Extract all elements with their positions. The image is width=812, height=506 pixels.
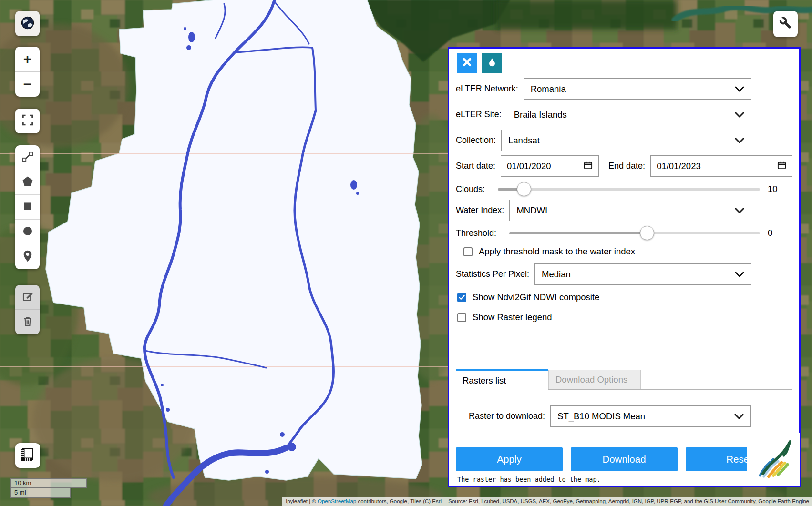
wrench-icon — [778, 15, 794, 33]
tab-download-options[interactable]: Download Options — [548, 370, 641, 390]
close-panel-button[interactable] — [457, 53, 477, 73]
threshold-slider-handle[interactable] — [640, 226, 654, 240]
scale-bar-imperial: 5 mi — [10, 487, 71, 498]
draw-polyline-button[interactable] — [15, 145, 40, 170]
chevron-down-icon — [735, 135, 744, 146]
chevron-down-icon — [734, 411, 744, 422]
end-date-label: End date: — [608, 161, 645, 171]
clouds-slider-handle[interactable] — [517, 182, 531, 196]
start-date-value: 01/01/2020 — [507, 161, 551, 172]
site-label: eLTER Site: — [456, 110, 502, 120]
draw-polygon-button[interactable] — [15, 170, 40, 195]
delete-layers-button[interactable] — [15, 310, 40, 334]
elter-logo — [747, 433, 800, 486]
end-date-input[interactable]: 01/01/2023 — [650, 155, 792, 177]
apply-mask-checkbox[interactable] — [463, 247, 473, 256]
water-index-value: MNDWI — [516, 205, 547, 216]
clouds-row: Clouds: 10 — [456, 184, 792, 194]
raster-download-row: Raster to download: ST_B10 MODIS Mean — [469, 405, 780, 427]
statistics-row: Statistics Per Pixel: Median — [456, 263, 792, 285]
dates-row: Start date: 01/01/2020 End date: 01/01/2… — [456, 155, 792, 177]
chevron-down-icon — [735, 205, 744, 216]
water-index-label: Water Index: — [456, 205, 504, 215]
panel-header — [457, 53, 792, 73]
chevron-down-icon — [735, 84, 744, 94]
threshold-row: Threshold: 0 — [456, 228, 792, 238]
start-date-label: Start date: — [456, 161, 495, 171]
tab-rasters-list[interactable]: Rasters list — [456, 369, 548, 390]
statistics-select[interactable]: Median — [534, 263, 751, 285]
threshold-value: 0 — [768, 228, 792, 238]
start-date-input[interactable]: 01/01/2020 — [501, 155, 599, 177]
panel-tabs: Rasters list Download Options — [456, 369, 792, 390]
scale-bar-metric: 10 km — [10, 478, 87, 488]
openstreetmap-link[interactable]: OpenStreetMap — [318, 498, 356, 504]
water-index-select[interactable]: MNDWI — [509, 200, 751, 221]
collection-value: Landsat — [508, 135, 540, 146]
collection-label: Collection: — [456, 135, 496, 145]
statistics-value: Median — [542, 269, 571, 280]
clouds-label: Clouds: — [456, 184, 485, 194]
clouds-slider[interactable] — [498, 188, 760, 191]
action-buttons: Apply Download Reset — [456, 447, 792, 471]
raster-download-label: Raster to download: — [469, 411, 545, 421]
apply-mask-label: Apply threshold mask to the water index — [479, 246, 635, 257]
water-tool-button[interactable] — [482, 53, 502, 73]
basemap-globe-button[interactable] — [15, 11, 40, 36]
raster-download-value: ST_B10 MODIS Mean — [557, 411, 645, 422]
network-label: eLTER Network: — [456, 84, 518, 94]
zoom-out-button[interactable]: − — [15, 72, 40, 97]
measure-button[interactable] — [15, 443, 40, 468]
calendar-icon — [777, 161, 786, 172]
attribution-suffix: contributors, Google, Tiles (C) Esri -- … — [356, 498, 809, 504]
show-legend-checkbox[interactable] — [457, 313, 466, 322]
clouds-value: 10 — [768, 184, 792, 194]
edit-layers-button[interactable] — [15, 285, 40, 310]
download-button[interactable]: Download — [571, 447, 678, 471]
site-select[interactable]: Braila Islands — [507, 104, 751, 125]
show-composite-label: Show Ndvi2Gif NDWI composite — [473, 292, 599, 303]
apply-button[interactable]: Apply — [456, 447, 563, 471]
water-analysis-panel: eLTER Network: Romania eLTER Site: Brail… — [448, 47, 801, 487]
statistics-label: Statistics Per Pixel: — [456, 269, 529, 279]
edit-icon — [20, 289, 35, 306]
draw-circle-button[interactable] — [15, 220, 40, 244]
rasters-list-tab-content: Raster to download: ST_B10 MODIS Mean — [456, 389, 792, 443]
fullscreen-icon — [20, 112, 35, 130]
end-date-value: 01/01/2023 — [657, 161, 701, 172]
chevron-down-icon — [735, 269, 744, 280]
site-value: Braila Islands — [514, 110, 567, 120]
close-icon — [462, 57, 472, 69]
network-select[interactable]: Romania — [524, 78, 751, 100]
collection-row: Collection: Landsat — [456, 130, 792, 151]
attribution-prefix: ipyleaflet | © — [286, 498, 318, 504]
settings-wrench-button[interactable] — [773, 11, 798, 37]
circle-icon — [20, 223, 36, 241]
water-drop-icon — [487, 57, 497, 69]
threshold-label: Threshold: — [456, 228, 496, 238]
network-value: Romania — [531, 84, 566, 94]
threshold-slider[interactable] — [509, 232, 760, 234]
ruler-icon — [19, 446, 36, 465]
marker-icon — [20, 248, 36, 266]
draw-toolbar — [15, 145, 40, 269]
map-attribution: ipyleaflet | © OpenStreetMap contributor… — [282, 497, 812, 506]
show-legend-row: Show Raster legend — [457, 312, 792, 323]
raster-download-select[interactable]: ST_B10 MODIS Mean — [550, 405, 751, 427]
polyline-icon — [20, 149, 36, 167]
polygon-icon — [20, 173, 36, 192]
collection-select[interactable]: Landsat — [501, 130, 751, 151]
network-row: eLTER Network: Romania — [456, 78, 792, 100]
show-composite-row: Show Ndvi2Gif NDWI composite — [457, 292, 792, 303]
show-composite-checkbox[interactable] — [457, 293, 466, 302]
status-message: The raster has been added to the map. — [457, 476, 792, 483]
calendar-icon — [584, 161, 593, 172]
zoom-in-button[interactable]: + — [15, 47, 40, 71]
trash-icon — [20, 314, 35, 331]
fullscreen-button[interactable] — [15, 109, 40, 133]
draw-rectangle-button[interactable] — [15, 195, 40, 220]
leaf-logo-icon — [750, 435, 797, 484]
zoom-control: + − — [15, 47, 40, 97]
edit-toolbar — [15, 285, 40, 334]
draw-marker-button[interactable] — [15, 244, 40, 269]
